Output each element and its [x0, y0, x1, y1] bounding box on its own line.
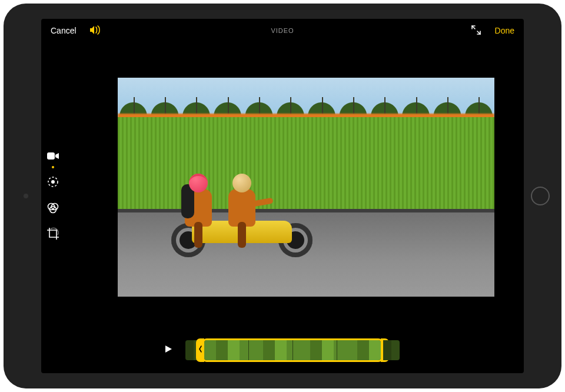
chevron-left-icon	[198, 345, 202, 356]
volume-icon	[89, 25, 102, 36]
done-button[interactable]: Done	[491, 24, 518, 38]
editor-topbar: Cancel VIDEO	[41, 19, 524, 42]
video-preview[interactable]	[118, 78, 494, 297]
fullscreen-icon	[471, 27, 481, 36]
rider-driver	[228, 189, 264, 227]
cancel-button[interactable]: Cancel	[47, 24, 80, 38]
trim-handle-end[interactable]	[381, 338, 389, 362]
video-icon	[46, 151, 59, 163]
mode-title: VIDEO	[41, 27, 524, 34]
front-camera	[24, 194, 28, 198]
tool-filters[interactable]	[45, 201, 61, 217]
svg-point-2	[51, 180, 55, 184]
device-frame: Cancel VIDEO	[4, 4, 561, 388]
rider-passenger	[185, 189, 220, 227]
preview-subject-motorbike	[174, 157, 310, 257]
tool-video[interactable]	[45, 149, 61, 165]
svg-rect-0	[47, 152, 55, 160]
home-button[interactable]	[531, 187, 550, 205]
timeline-track[interactable]	[204, 340, 381, 360]
app-screen: Cancel VIDEO	[41, 19, 524, 373]
tool-rail	[45, 149, 61, 243]
play-button[interactable]	[161, 343, 176, 358]
fullscreen-button[interactable]	[471, 25, 481, 36]
crop-icon	[46, 227, 59, 242]
filters-icon	[46, 201, 59, 217]
chevron-right-icon	[383, 345, 387, 356]
adjust-icon	[46, 175, 59, 191]
trim-handle-start[interactable]	[196, 338, 204, 362]
timeline	[41, 340, 524, 360]
play-icon	[164, 345, 172, 356]
tool-crop[interactable]	[45, 227, 61, 243]
volume-button[interactable]	[89, 25, 102, 36]
tool-adjust[interactable]	[45, 175, 61, 191]
